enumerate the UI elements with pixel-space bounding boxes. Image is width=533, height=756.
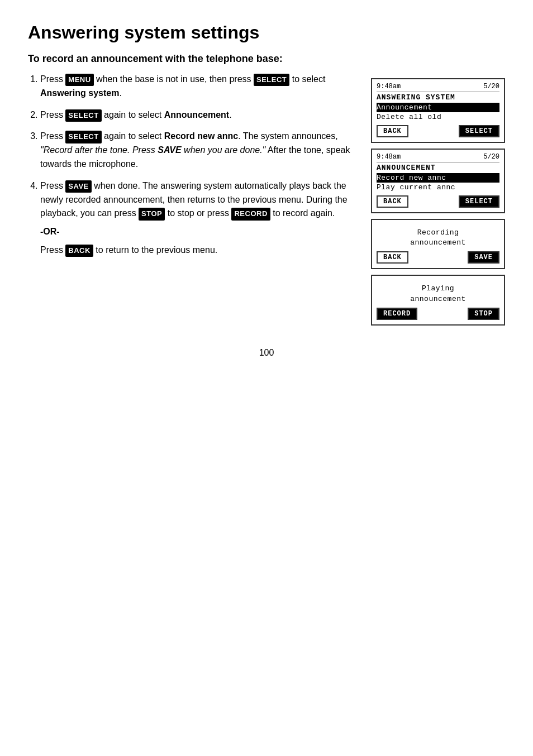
page-title: Answering system settings [28, 22, 505, 43]
or-label: -OR- [40, 225, 354, 239]
screen3-save-btn[interactable]: SAVE [468, 251, 499, 264]
step-3: Press SELECT again to select Record new … [40, 130, 354, 171]
page-subtitle: To record an announcement with the telep… [28, 53, 505, 65]
step1-target: Answering system [40, 88, 119, 98]
screen1-buttons: BACK SELECT [377, 125, 499, 137]
step3-target: Record new annc [164, 131, 238, 141]
phone-screen-2: 9:48am 5/20 ANNOUNCEMENT Record new annc… [371, 149, 505, 213]
step-4: Press SAVE when done. The answering syst… [40, 179, 354, 257]
screen2-item-2: Play current annc [377, 183, 499, 192]
screen1-time: 9:48am [377, 83, 401, 90]
key-select-1: SELECT [254, 74, 289, 86]
screen1-count: 5/20 [483, 83, 499, 90]
key-menu: MENU [65, 74, 93, 86]
content-wrapper: Press MENU when the base is not in use, … [28, 73, 505, 326]
back-line: Press BACK to return to the previous men… [40, 243, 354, 257]
screen2-header: 9:48am 5/20 [377, 153, 499, 162]
step2-target: Announcement [164, 110, 229, 119]
screen1-select-btn[interactable]: SELECT [459, 125, 499, 137]
screen2-title: ANNOUNCEMENT [377, 164, 499, 172]
screen3-back-btn[interactable]: BACK [377, 251, 408, 264]
screen2-time: 9:48am [377, 153, 401, 161]
screen3-buttons: BACK SAVE [377, 251, 499, 264]
phone-screen-4: Playingannouncement RECORD STOP [371, 275, 505, 325]
steps-list: Press MENU when the base is not in use, … [28, 73, 354, 257]
key-back: BACK [65, 245, 93, 257]
step3-quote: "Record after the tone. Press SAVE when … [40, 145, 265, 155]
phone-screen-3: Recordingannouncement BACK SAVE [371, 219, 505, 269]
page-number: 100 [28, 348, 505, 358]
screen1-back-btn[interactable]: BACK [377, 125, 408, 137]
screen2-back-btn[interactable]: BACK [377, 195, 408, 208]
screen4-record-btn[interactable]: RECORD [377, 308, 417, 320]
screens-panel: 9:48am 5/20 ANSWERING SYSTEM Announcemen… [371, 78, 505, 326]
key-save-italic: SAVE [158, 145, 181, 155]
screen3-center-text: Recordingannouncement [377, 228, 499, 248]
step-1: Press MENU when the base is not in use, … [40, 73, 354, 101]
key-record: RECORD [231, 208, 270, 220]
screen1-item-1: Announcement [377, 103, 499, 112]
screen2-item-1: Record new annc [377, 173, 499, 183]
screen2-count: 5/20 [483, 153, 499, 161]
screen1-title: ANSWERING SYSTEM [377, 93, 499, 102]
step-2: Press SELECT again to select Announcemen… [40, 108, 354, 122]
key-select-3: SELECT [65, 131, 101, 143]
screen4-center-text: Playingannouncement [377, 284, 499, 304]
screen4-stop-btn[interactable]: STOP [468, 308, 499, 320]
phone-screen-1: 9:48am 5/20 ANSWERING SYSTEM Announcemen… [371, 78, 505, 143]
key-save-1: SAVE [65, 180, 91, 193]
key-stop: STOP [139, 208, 165, 220]
key-select-2: SELECT [65, 109, 101, 122]
screen2-select-btn[interactable]: SELECT [459, 195, 499, 208]
screen2-buttons: BACK SELECT [377, 195, 499, 208]
screen1-header: 9:48am 5/20 [377, 83, 499, 92]
screen4-buttons: RECORD STOP [377, 308, 499, 320]
screen1-item-2: Delete all old [377, 112, 499, 122]
instructions-section: Press MENU when the base is not in use, … [28, 73, 354, 326]
